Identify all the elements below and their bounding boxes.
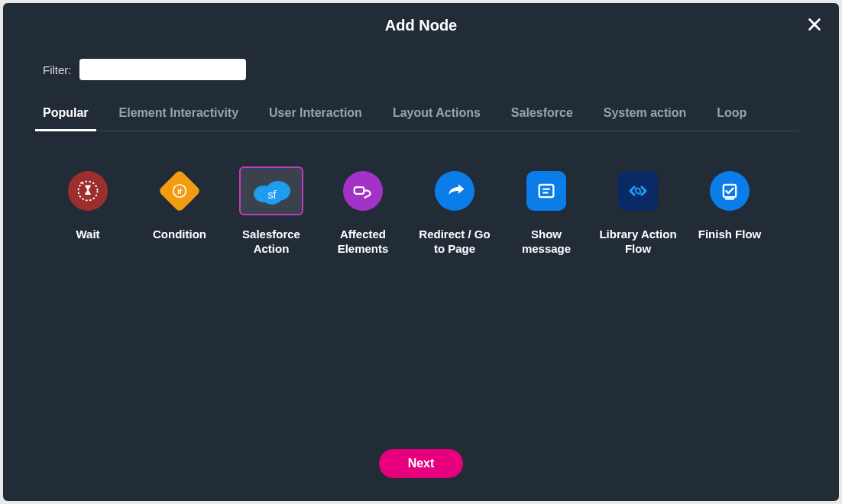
node-label: Affected Elements bbox=[324, 228, 402, 257]
svg-text:sf: sf bbox=[268, 189, 277, 201]
tab-loop[interactable]: Loop bbox=[717, 106, 746, 131]
hand-icon bbox=[343, 171, 383, 211]
svg-rect-8 bbox=[539, 185, 554, 197]
node-label: Salesforce Action bbox=[232, 228, 310, 257]
filter-input[interactable] bbox=[79, 59, 246, 80]
modal-footer: Next bbox=[3, 449, 839, 501]
node-wait[interactable]: Wait bbox=[49, 166, 127, 257]
checkbox-icon bbox=[710, 171, 750, 211]
node-label: Show message bbox=[507, 228, 585, 257]
filter-label: Filter: bbox=[43, 63, 72, 76]
node-label: Wait bbox=[76, 228, 99, 242]
next-button[interactable]: Next bbox=[379, 449, 464, 478]
close-icon bbox=[806, 16, 823, 33]
category-tabs: Popular Element Interactivity User Inter… bbox=[43, 106, 799, 131]
modal-title: Add Node bbox=[3, 17, 839, 34]
tab-user-interaction[interactable]: User Interaction bbox=[269, 106, 362, 131]
node-label: Library Action Flow bbox=[599, 228, 677, 257]
node-label: Finish Flow bbox=[698, 228, 762, 242]
node-icon-wrap bbox=[698, 166, 762, 215]
tab-element-interactivity[interactable]: Element Interactivity bbox=[119, 106, 239, 131]
node-icon-wrap bbox=[423, 166, 487, 215]
tab-salesforce[interactable]: Salesforce bbox=[511, 106, 573, 131]
add-node-modal: Add Node Filter: Popular Element Interac… bbox=[3, 3, 839, 501]
node-icon-wrap: If bbox=[147, 166, 212, 215]
tab-popular[interactable]: Popular bbox=[43, 106, 89, 131]
tab-layout-actions[interactable]: Layout Actions bbox=[393, 106, 481, 131]
node-icon-wrap bbox=[606, 166, 670, 215]
hourglass-icon bbox=[68, 171, 108, 211]
svg-text:If: If bbox=[177, 188, 183, 195]
sf-cloud-icon: sf bbox=[249, 176, 293, 206]
close-button[interactable] bbox=[804, 14, 825, 35]
nodes-grid: Wait If Condition sf bbox=[3, 131, 839, 257]
node-salesforce-action[interactable]: sf Salesforce Action bbox=[232, 166, 310, 257]
node-icon-wrap bbox=[56, 166, 120, 215]
node-icon-wrap bbox=[514, 166, 578, 215]
if-icon: If bbox=[158, 170, 202, 213]
svg-rect-7 bbox=[355, 187, 364, 194]
node-icon-wrap bbox=[331, 166, 395, 215]
modal-header: Add Node bbox=[3, 3, 839, 34]
filter-row: Filter: bbox=[3, 34, 839, 80]
node-icon-wrap: sf bbox=[239, 166, 303, 215]
node-redirect[interactable]: Redirect / Go to Page bbox=[416, 166, 494, 257]
arrow-share-icon bbox=[435, 171, 474, 211]
node-label: Redirect / Go to Page bbox=[416, 228, 494, 257]
node-finish-flow[interactable]: Finish Flow bbox=[691, 166, 769, 257]
message-icon bbox=[526, 171, 566, 211]
node-affected-elements[interactable]: Affected Elements bbox=[324, 166, 402, 257]
node-condition[interactable]: If Condition bbox=[141, 166, 219, 257]
node-label: Condition bbox=[153, 228, 206, 242]
code-sync-icon bbox=[618, 171, 658, 211]
node-show-message[interactable]: Show message bbox=[507, 166, 585, 257]
node-library-action-flow[interactable]: Library Action Flow bbox=[599, 166, 677, 257]
tab-system-action[interactable]: System action bbox=[604, 106, 686, 131]
